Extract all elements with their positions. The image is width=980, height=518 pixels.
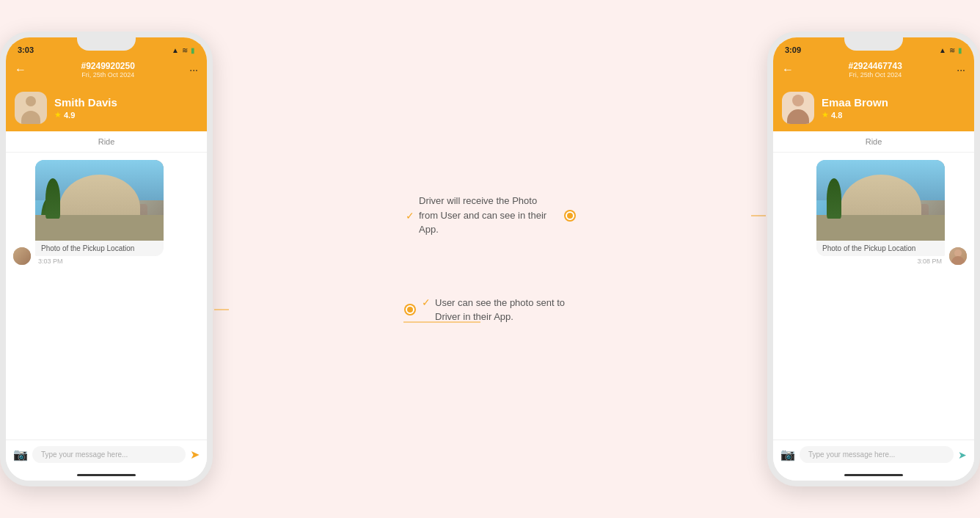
right-header-title: #2924467743 Fri, 25th Oct 2024 [794, 61, 957, 79]
left-star-icon: ★ [54, 110, 62, 120]
right-profile-rating: ★ 4.8 [822, 110, 965, 120]
right-msg-caption: Photo of the Pickup Location [816, 241, 945, 256]
right-back-button[interactable]: ← [782, 63, 794, 76]
left-header-date: Fri, 25th Oct 2024 [26, 71, 189, 79]
right-status-time: 3:09 [785, 45, 801, 54]
left-chat-input-area: 📷 Type your message here... ➤ [6, 439, 207, 469]
left-profile-section: Smith Davis ★ 4.9 [6, 87, 207, 131]
left-camera-icon[interactable]: 📷 [13, 448, 28, 462]
left-rating-value: 4.9 [64, 111, 75, 120]
right-phone: 3:09 ▲ ≋ ▮ ← #2924467743 Fri, 25th Oct 2… [767, 32, 980, 486]
left-ride-label: Ride [6, 131, 207, 153]
right-msg-bubble: Photo of the Pickup Location [816, 160, 945, 256]
upper-annotation: ✓ Driver will receive the Photo from Use… [227, 194, 753, 237]
left-driver-name: Smith Davis [54, 96, 198, 109]
right-star-icon: ★ [822, 110, 829, 120]
left-msg-bubble: Photo of the Pickup Location [35, 160, 164, 256]
check-circle-upper: ✓ [406, 210, 414, 222]
right-phone-notch [844, 37, 903, 51]
left-phone-notch [77, 37, 136, 51]
right-chat-input-area: 📷 Type your message here... ➤ [773, 439, 974, 469]
left-home-indicator [6, 469, 207, 481]
right-profile-info: Emaa Brown ★ 4.8 [822, 96, 965, 120]
battery-icon: ▮ [191, 46, 195, 54]
upper-annotation-text: Driver will receive the Photo from User … [419, 194, 558, 237]
right-driver-name: Emaa Brown [822, 96, 965, 109]
right-message-area: Photo of the Pickup Location 3:08 PM [773, 153, 974, 268]
signal-icon: ▲ [172, 46, 179, 54]
upper-annotation-text-group: ✓ Driver will receive the Photo from Use… [406, 194, 558, 237]
right-ride-label: Ride [773, 131, 974, 153]
right-message-row: Photo of the Pickup Location 3:08 PM [780, 160, 967, 265]
lower-annotation-text: User can see the photo sent to Driver in… [435, 296, 574, 324]
main-container: 3:03 ▲ ≋ ▮ ← #9249920250 Fri, 25th Oct 2… [0, 0, 980, 518]
right-input-field[interactable]: Type your message here... [800, 446, 954, 463]
left-msg-time: 3:03 PM [38, 258, 164, 265]
left-msg-caption: Photo of the Pickup Location [35, 241, 164, 256]
left-header-more[interactable]: ··· [189, 64, 198, 76]
left-status-time: 3:03 [18, 45, 34, 54]
right-battery-icon: ▮ [958, 46, 962, 54]
phones-wrapper: 3:03 ▲ ≋ ▮ ← #9249920250 Fri, 25th Oct 2… [0, 32, 980, 486]
right-home-indicator [773, 469, 974, 481]
right-phone-inner: 3:09 ▲ ≋ ▮ ← #2924467743 Fri, 25th Oct 2… [773, 37, 974, 481]
right-profile-section: Emaa Brown ★ 4.8 [773, 87, 974, 131]
right-driver-avatar [782, 92, 814, 124]
right-send-icon[interactable]: ➤ [958, 449, 967, 461]
right-header-more[interactable]: ··· [957, 64, 965, 76]
left-chat-body: Ride [6, 131, 207, 439]
left-send-icon[interactable]: ➤ [190, 448, 200, 462]
left-back-button[interactable]: ← [15, 63, 26, 76]
right-msg-avatar [949, 247, 967, 265]
lower-annotation-text-group: ✓ User can see the photo sent to Driver … [422, 296, 574, 324]
upper-right-line [751, 215, 766, 216]
left-status-icons: ▲ ≋ ▮ [172, 46, 195, 54]
right-home-bar [844, 474, 903, 476]
right-header-date: Fri, 25th Oct 2024 [794, 71, 957, 79]
left-msg-avatar [13, 247, 31, 265]
left-message-bubble-container: Photo of the Pickup Location 3:03 PM [35, 160, 164, 265]
right-wifi-icon: ≋ [949, 46, 955, 54]
left-building-image [35, 160, 164, 241]
left-profile-rating: ★ 4.9 [54, 110, 198, 120]
left-chat-header: ← #9249920250 Fri, 25th Oct 2024 ··· [6, 58, 207, 87]
left-profile-info: Smith Davis ★ 4.9 [54, 96, 198, 120]
left-phone-inner: 3:03 ▲ ≋ ▮ ← #9249920250 Fri, 25th Oct 2… [6, 37, 207, 481]
check-circle-lower: ✓ [422, 296, 431, 308]
right-camera-icon[interactable]: 📷 [780, 448, 795, 462]
upper-dot [566, 211, 574, 220]
right-message-bubble-container: Photo of the Pickup Location 3:08 PM [816, 160, 945, 265]
right-header-top: ← #2924467743 Fri, 25th Oct 2024 ··· [782, 61, 965, 79]
right-chat-header: ← #2924467743 Fri, 25th Oct 2024 ··· [773, 58, 974, 87]
right-rating-value: 4.8 [831, 111, 842, 120]
right-header-number: #2924467743 [794, 61, 957, 71]
right-chat-body: Ride [773, 131, 974, 439]
left-header-number: #9249920250 [26, 61, 189, 71]
left-driver-avatar [15, 92, 47, 124]
right-msg-time: 3:08 PM [816, 258, 942, 265]
left-header-top: ← #9249920250 Fri, 25th Oct 2024 ··· [15, 61, 198, 79]
lower-annotation: ✓ User can see the photo sent to Driver … [227, 296, 753, 324]
lower-dot [406, 305, 414, 314]
annotation-area: ✓ Driver will receive the Photo from Use… [213, 194, 767, 324]
wifi-icon: ≋ [182, 46, 188, 54]
left-input-field[interactable]: Type your message here... [32, 446, 186, 463]
right-status-icons: ▲ ≋ ▮ [939, 46, 962, 54]
left-message-area: Photo of the Pickup Location 3:03 PM [6, 153, 207, 268]
left-header-title: #9249920250 Fri, 25th Oct 2024 [26, 61, 189, 79]
right-building-image [816, 160, 945, 241]
left-message-row: Photo of the Pickup Location 3:03 PM [13, 160, 200, 265]
left-home-bar [77, 474, 136, 476]
right-signal-icon: ▲ [939, 46, 946, 54]
left-phone: 3:03 ▲ ≋ ▮ ← #9249920250 Fri, 25th Oct 2… [0, 32, 213, 486]
lower-left-line [214, 310, 229, 310]
